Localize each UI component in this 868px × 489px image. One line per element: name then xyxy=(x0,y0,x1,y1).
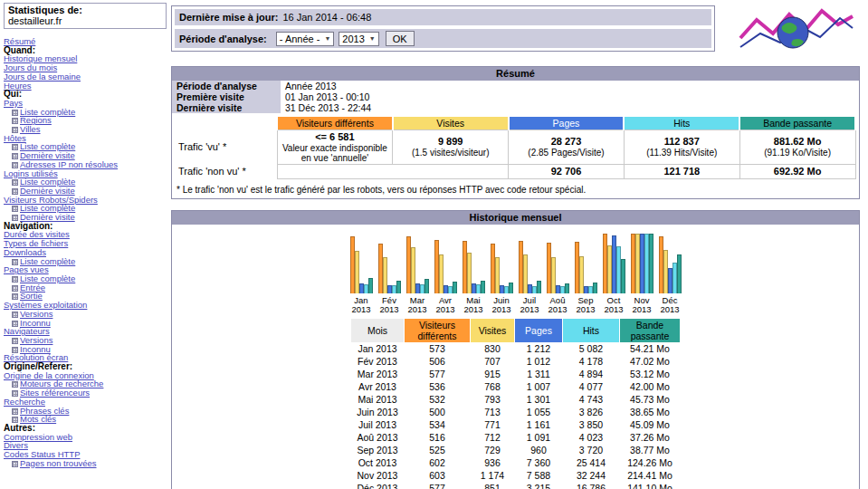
table-icon xyxy=(12,276,18,283)
month-cell-value: 1 055 xyxy=(515,407,562,418)
summary-info-label: Dernière visite xyxy=(172,102,281,113)
month-cell-value: 577 xyxy=(405,369,470,380)
summary-info-row: Dernière visite31 Déc 2013 - 22:44 xyxy=(172,102,859,113)
month-cell-value: 124.26 Mo xyxy=(620,457,680,469)
summary-info-value: 01 Jan 2013 - 00:10 xyxy=(281,91,859,102)
chart-month-group: Mar2013 xyxy=(406,234,429,314)
awstats-logo-image xyxy=(737,5,856,56)
chart-x-label: Juin2013 xyxy=(491,296,510,314)
metrics-empty-cell xyxy=(277,164,509,178)
monthly-section: Historique mensuel Jan2013Fév2013Mar2013… xyxy=(171,210,860,489)
summary-info-row: Première visite01 Jan 2013 - 00:10 xyxy=(172,91,859,102)
period-select[interactable]: - Année - ▼ xyxy=(276,32,335,46)
table-icon xyxy=(12,179,18,186)
month-row: Oct 20136029367 36025 414124.26 Mo xyxy=(351,457,680,469)
chart-bar xyxy=(509,283,513,293)
metrics-value: 28 273 xyxy=(510,136,622,148)
period-select-value: - Année - xyxy=(280,34,320,44)
month-row: Nov 20136031 1747 58832 244214.41 Mo xyxy=(351,470,680,482)
chart-x-label: Oct2013 xyxy=(604,296,623,314)
month-row: Fév 20135067071 0124 17847.02 Mo xyxy=(351,356,680,368)
table-icon xyxy=(12,381,18,388)
chevron-down-icon: ▼ xyxy=(324,35,330,42)
chart-month-group: Avr2013 xyxy=(434,234,457,314)
month-cell-value: 532 xyxy=(405,394,470,406)
month-row: Déc 20135778513 21516 786141.10 Mo xyxy=(351,483,680,489)
table-icon xyxy=(12,312,18,318)
summary-info-table: Période d'analyseAnnée 2013Première visi… xyxy=(172,81,859,113)
table-icon xyxy=(12,408,18,415)
summary-info-label: Première visite xyxy=(172,91,281,102)
month-cell-value: 214.41 Mo xyxy=(620,470,680,482)
month-cell-value: 32 244 xyxy=(563,470,619,482)
month-cell-value: 37.26 Mo xyxy=(620,432,680,444)
month-cell-value: 1 091 xyxy=(515,432,562,444)
chevron-down-icon: ▼ xyxy=(369,35,376,42)
metrics-value: 881.62 Mo xyxy=(742,136,854,148)
chart-bar xyxy=(537,281,541,293)
ok-button[interactable]: OK xyxy=(386,31,415,46)
month-cell-value: 141.10 Mo xyxy=(620,483,680,489)
month-cell-value: 536 xyxy=(405,381,470,393)
traffic-seen-row: Trafic 'vu' *<= 6 581Valeur exacte indis… xyxy=(175,129,855,164)
month-cell-value: 45.73 Mo xyxy=(620,394,680,406)
metrics-value-cell: 28 273(2.85 Pages/Visite) xyxy=(509,129,625,164)
month-cell-value: 38.65 Mo xyxy=(620,407,680,418)
summary-info-value: 31 Déc 2013 - 22:44 xyxy=(281,102,859,113)
month-cell-value: 500 xyxy=(405,407,470,418)
month-table-header-mois: Mois xyxy=(351,319,404,342)
metrics-corner-cell xyxy=(175,117,277,129)
chart-x-label: Avr2013 xyxy=(435,296,454,314)
month-cell-value: 506 xyxy=(405,356,470,368)
month-cell-value: 534 xyxy=(405,419,470,431)
month-cell-value: 54.21 Mo xyxy=(620,343,680,355)
sidebar-link[interactable]: Pages non trouvées xyxy=(20,458,97,468)
chart-bars xyxy=(575,234,597,293)
month-cell-value: 3 850 xyxy=(563,419,619,431)
traffic-unseen-row: Trafic 'non vu' *92 706121 718692.92 Mo xyxy=(175,164,855,178)
month-row: Jan 20135738301 2125 08254.21 Mo xyxy=(351,343,680,355)
table-icon xyxy=(12,285,18,292)
chart-x-label: Nov2013 xyxy=(632,296,651,314)
metrics-value-cell: 9 899(1.5 visites/visiteur) xyxy=(393,129,509,164)
sidebar: Statistiques de: destailleur.fr RésuméQu… xyxy=(0,0,168,489)
chart-x-label: Mai2013 xyxy=(463,296,482,314)
month-cell-value: 16 786 xyxy=(563,483,619,489)
month-cell-label: Mar 2013 xyxy=(351,369,404,380)
last-update-row: Dernière mise à jour: 16 Jan 2014 - 06:4… xyxy=(175,9,711,25)
monthly-chart: Jan2013Fév2013Mar2013Avr2013Mai2013Juin2… xyxy=(172,234,859,314)
sidebar-subitem: Pages non trouvées xyxy=(4,459,167,468)
summary-title: Résumé xyxy=(172,67,859,81)
table-icon xyxy=(12,215,18,221)
chart-month-group: Oct2013 xyxy=(603,234,625,314)
table-icon xyxy=(12,118,18,124)
chart-x-label: Juil2013 xyxy=(520,296,539,314)
month-cell-label: Sep 2013 xyxy=(351,445,404,456)
table-icon xyxy=(12,206,18,212)
year-select[interactable]: 2013 ▼ xyxy=(339,32,378,46)
summary-info-row: Période d'analyseAnnée 2013 xyxy=(172,81,859,91)
topbar: Dernière mise à jour: 16 Jan 2014 - 06:4… xyxy=(171,5,715,52)
metrics-value: <= 6 581 xyxy=(280,131,391,143)
metrics-column-header: Pages xyxy=(509,117,625,129)
month-cell-label: Aoû 2013 xyxy=(351,432,404,444)
month-cell-value: 1 212 xyxy=(515,343,562,355)
chart-month-group: Nov2013 xyxy=(631,234,653,314)
month-cell-value: 768 xyxy=(471,381,514,393)
chart-month-group: Juin2013 xyxy=(491,234,513,314)
top-row: Dernière mise à jour: 16 Jan 2014 - 06:4… xyxy=(171,5,860,58)
summary-info-label: Période d'analyse xyxy=(172,81,281,91)
month-cell-value: 7 360 xyxy=(515,457,562,469)
metrics-value: 9 899 xyxy=(395,136,506,148)
chart-bars xyxy=(519,234,541,293)
chart-bar xyxy=(593,283,597,293)
month-cell-label: Déc 2013 xyxy=(351,483,404,489)
month-cell-label: Fév 2013 xyxy=(351,356,404,368)
period-row: Période d'analyse: - Année - ▼ 2013 ▼ OK xyxy=(175,29,711,48)
month-row: Sep 20135257299603 72038.77 Mo xyxy=(351,445,680,456)
sidebar-item: Heures xyxy=(4,82,167,91)
metrics-value: 112 837 xyxy=(626,136,738,148)
metrics-column-header: Hits xyxy=(624,117,739,129)
chart-bar xyxy=(481,281,485,293)
summary-info-value: Année 2013 xyxy=(281,81,859,91)
